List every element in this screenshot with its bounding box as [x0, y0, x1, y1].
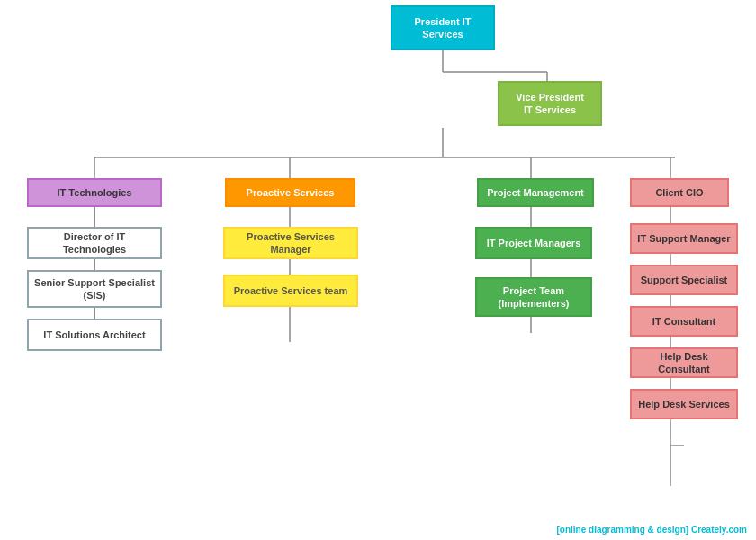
help-desk-services-label: Help Desk Services — [638, 398, 730, 410]
proactive-team-box: Proactive Services team — [223, 274, 358, 307]
support-spec-label: Support Specialist — [641, 274, 728, 286]
director-it-tech-box: Director of IT Technologies — [27, 227, 162, 259]
it-consultant-box: IT Consultant — [630, 306, 738, 337]
it-support-mgr-box: IT Support Manager — [630, 223, 738, 254]
president-box: President IT Services — [391, 5, 495, 50]
it-tech-header-box: IT Technologies — [27, 178, 162, 207]
project-team-box: Project Team (Implementers) — [475, 277, 592, 317]
proactive-mgr-box: Proactive Services Manager — [223, 227, 358, 259]
it-tech-header-label: IT Technologies — [58, 186, 132, 199]
director-it-tech-label: Director of IT Technologies — [34, 230, 155, 256]
project-mgmt-header-box: Project Management — [477, 178, 594, 207]
proactive-header-box: Proactive Services — [225, 178, 356, 207]
brand-name: Creately — [691, 525, 726, 535]
help-desk-consult-box: Help Desk Consultant — [630, 347, 738, 378]
help-desk-consult-label: Help Desk Consultant — [637, 350, 731, 376]
it-consultant-label: IT Consultant — [652, 315, 716, 328]
senior-support-box: Senior Support Specialist (SIS) — [27, 270, 162, 308]
vp-box: Vice PresidentIT Services — [498, 81, 602, 126]
watermark: [online diagramming & design] Creately.c… — [556, 525, 747, 535]
president-label: President IT Services — [398, 15, 488, 41]
it-solutions-label: IT Solutions Architect — [43, 328, 145, 341]
proactive-mgr-label: Proactive Services Manager — [230, 230, 351, 256]
proactive-header-label: Proactive Services — [247, 186, 335, 199]
vp-label: Vice PresidentIT Services — [516, 91, 584, 117]
help-desk-services-box: Help Desk Services — [630, 389, 738, 419]
it-solutions-box: IT Solutions Architect — [27, 319, 162, 351]
watermark-text: [online diagramming & design] Creately.c… — [556, 525, 747, 535]
client-cio-header-label: Client CIO — [655, 186, 703, 199]
it-proj-mgrs-label: IT Project Managers — [487, 237, 581, 249]
org-chart: President IT Services Vice PresidentIT S… — [0, 0, 756, 540]
proactive-team-label: Proactive Services team — [234, 284, 348, 297]
project-mgmt-header-label: Project Management — [487, 186, 584, 199]
senior-support-label: Senior Support Specialist (SIS) — [34, 276, 155, 302]
client-cio-header-box: Client CIO — [630, 178, 729, 207]
it-proj-mgrs-box: IT Project Managers — [475, 227, 592, 259]
support-spec-box: Support Specialist — [630, 265, 738, 295]
it-support-mgr-label: IT Support Manager — [637, 232, 730, 245]
project-team-label: Project Team (Implementers) — [482, 284, 585, 310]
